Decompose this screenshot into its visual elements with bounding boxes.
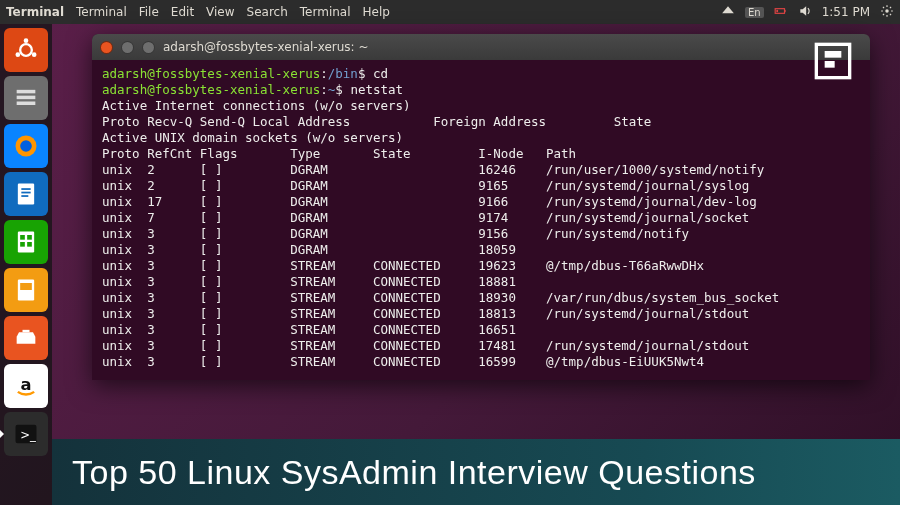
output-row: unix 7 [ ] DGRAM 9174 /run/systemd/journ… <box>102 210 749 225</box>
terminal-window: adarsh@fossbytes-xenial-xerus: ~ adarsh@… <box>92 34 870 380</box>
output-row: unix 3 [ ] STREAM CONNECTED 16599 @/tmp/… <box>102 354 704 369</box>
gear-icon[interactable] <box>880 4 894 21</box>
launcher-software-center[interactable] <box>4 316 48 360</box>
svg-point-12 <box>20 140 32 152</box>
volume-icon[interactable] <box>798 4 812 21</box>
svg-point-7 <box>32 52 37 57</box>
svg-point-3 <box>885 9 889 13</box>
output-header-net: Active Internet connections (w/o servers… <box>102 98 411 113</box>
network-icon[interactable] <box>721 4 735 21</box>
launcher-impress[interactable] <box>4 268 48 312</box>
output-row: unix 3 [ ] STREAM CONNECTED 18930 /var/r… <box>102 290 779 305</box>
menu-help[interactable]: Help <box>363 5 390 19</box>
svg-rect-29 <box>825 51 842 58</box>
prompt-user-host-2: adarsh@fossbytes-xenial-xerus <box>102 82 320 97</box>
output-row: unix 2 [ ] DGRAM 16246 /run/user/1000/sy… <box>102 162 764 177</box>
svg-point-6 <box>16 52 21 57</box>
fossbytes-logo-icon <box>812 40 854 82</box>
menu-file[interactable]: File <box>139 5 159 19</box>
top-panel: Terminal Terminal File Edit View Search … <box>0 0 900 24</box>
active-app-name: Terminal <box>6 5 64 19</box>
terminal-titlebar[interactable]: adarsh@fossbytes-xenial-xerus: ~ <box>92 34 870 60</box>
svg-rect-20 <box>20 242 25 247</box>
svg-rect-16 <box>21 195 28 197</box>
command-cd: cd <box>373 66 388 81</box>
svg-rect-14 <box>21 188 30 190</box>
svg-point-4 <box>20 44 32 56</box>
window-maximize-button[interactable] <box>142 41 155 54</box>
svg-text:>_: >_ <box>20 428 36 442</box>
clock[interactable]: 1:51 PM <box>822 5 870 19</box>
launcher: a >_ <box>0 24 52 505</box>
output-cols-unix: Proto RefCnt Flags Type State I-Node Pat… <box>102 146 576 161</box>
output-header-unix: Active UNIX domain sockets (w/o servers) <box>102 130 403 145</box>
menu-terminal[interactable]: Terminal <box>76 5 127 19</box>
launcher-writer[interactable] <box>4 172 48 216</box>
window-title: adarsh@fossbytes-xenial-xerus: ~ <box>163 40 862 54</box>
svg-point-5 <box>24 38 29 43</box>
menu-search[interactable]: Search <box>247 5 288 19</box>
output-cols-net: Proto Recv-Q Send-Q Local Address Foreig… <box>102 114 651 129</box>
window-minimize-button[interactable] <box>121 41 134 54</box>
svg-rect-24 <box>23 330 30 332</box>
banner-title: Top 50 Linux SysAdmin Interview Question… <box>72 453 756 492</box>
svg-rect-18 <box>20 235 25 240</box>
system-indicators: En 1:51 PM <box>721 4 894 21</box>
svg-rect-21 <box>27 242 32 247</box>
menu-edit[interactable]: Edit <box>171 5 194 19</box>
svg-rect-30 <box>825 61 835 68</box>
launcher-ubuntu-dash[interactable] <box>4 28 48 72</box>
prompt-user-host: adarsh@fossbytes-xenial-xerus <box>102 66 320 81</box>
output-row: unix 3 [ ] STREAM CONNECTED 16651 <box>102 322 546 337</box>
battery-icon[interactable] <box>774 4 788 21</box>
menu-view[interactable]: View <box>206 5 234 19</box>
menu-bar: Terminal File Edit View Search Terminal … <box>76 5 390 19</box>
output-row: unix 3 [ ] STREAM CONNECTED 18881 <box>102 274 546 289</box>
svg-rect-15 <box>21 192 30 194</box>
svg-rect-2 <box>776 9 778 11</box>
svg-rect-23 <box>20 283 32 290</box>
svg-rect-9 <box>17 96 36 100</box>
launcher-amazon[interactable]: a <box>4 364 48 408</box>
menu-terminal-2[interactable]: Terminal <box>300 5 351 19</box>
output-row: unix 3 [ ] STREAM CONNECTED 19623 @/tmp/… <box>102 258 704 273</box>
output-row: unix 2 [ ] DGRAM 9165 /run/systemd/journ… <box>102 178 749 193</box>
output-row: unix 3 [ ] DGRAM 9156 /run/systemd/notif… <box>102 226 689 241</box>
output-row: unix 17 [ ] DGRAM 9166 /run/systemd/jour… <box>102 194 757 209</box>
svg-rect-19 <box>27 235 32 240</box>
output-row: unix 3 [ ] DGRAM 18059 <box>102 242 546 257</box>
svg-rect-1 <box>784 9 785 11</box>
terminal-body[interactable]: adarsh@fossbytes-xenial-xerus:/bin$ cd a… <box>92 60 870 380</box>
command-netstat: netstat <box>350 82 403 97</box>
output-row: unix 3 [ ] STREAM CONNECTED 17481 /run/s… <box>102 338 749 353</box>
launcher-calc[interactable] <box>4 220 48 264</box>
output-row: unix 3 [ ] STREAM CONNECTED 18813 /run/s… <box>102 306 749 321</box>
svg-rect-8 <box>17 90 36 94</box>
prompt-path: /bin <box>328 66 358 81</box>
svg-text:a: a <box>20 375 31 394</box>
language-indicator[interactable]: En <box>745 7 764 18</box>
launcher-firefox[interactable] <box>4 124 48 168</box>
svg-rect-10 <box>17 102 36 106</box>
launcher-files[interactable] <box>4 76 48 120</box>
window-close-button[interactable] <box>100 41 113 54</box>
svg-rect-13 <box>18 184 34 205</box>
article-banner: Top 50 Linux SysAdmin Interview Question… <box>52 439 900 505</box>
launcher-terminal[interactable]: >_ <box>4 412 48 456</box>
